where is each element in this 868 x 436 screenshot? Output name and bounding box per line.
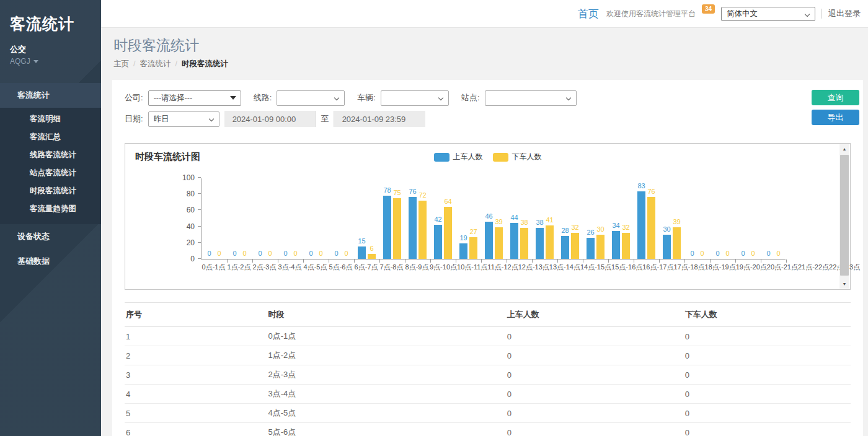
bar-value-label: 32 [571, 224, 578, 231]
y-axis-tick-label: 100 [182, 173, 195, 182]
bar: 26 [587, 238, 595, 259]
company-select[interactable]: ---请选择--- [148, 90, 241, 106]
breadcrumb-separator: / [133, 59, 135, 68]
notification-badge: 34 [702, 4, 715, 14]
bar-value-label: 30 [663, 225, 670, 233]
x-axis-category-label: 18点-19点 [705, 263, 736, 272]
x-axis-category-label: 0点-1点 [202, 263, 226, 272]
table-cell: 0 [506, 385, 684, 404]
bar-value-label: 0 [334, 250, 338, 257]
legend-item[interactable]: 上车人数 [434, 152, 483, 162]
logout-link[interactable]: 退出登录 [828, 8, 861, 19]
sidebar: 客流统计 公交 AQGJ 客流统计客流明细客流汇总线路客流统计站点客流统计时段客… [0, 0, 101, 436]
bar-value-label: 0 [344, 250, 348, 257]
sidebar-item[interactable]: 客流汇总 [0, 128, 101, 146]
bar-group: 00 [202, 178, 227, 259]
sidebar-item[interactable]: 客流明细 [0, 110, 101, 128]
date-label: 日期: [125, 113, 143, 124]
bar-value-label: 26 [587, 229, 594, 236]
bar-group: 4264 [430, 178, 456, 259]
scrollbar-down-arrow-icon[interactable]: ▼ [839, 279, 849, 289]
language-select[interactable]: 简体中文 [721, 7, 815, 21]
query-button[interactable]: 查询 [812, 90, 859, 105]
bar: 30 [596, 235, 604, 259]
bar-value-label: 42 [434, 216, 441, 223]
x-axis-category-label: 11点-12点 [487, 263, 518, 272]
x-axis-category-label: 8点-9点 [405, 263, 429, 272]
sidebar-item[interactable]: 站点客流统计 [0, 164, 101, 182]
topbar: 首页 欢迎使用客流统计管理平台 34 简体中文 退出登录 [101, 0, 868, 28]
bar-group: 00 [303, 178, 329, 259]
x-axis-category: 10点-11点 [457, 263, 487, 272]
x-axis-category: 15点-16点 [611, 263, 642, 272]
sidebar-section-1[interactable]: 设备状态 [0, 224, 101, 249]
scrollbar-up-arrow-icon[interactable]: ▲ [839, 144, 849, 154]
bar-group: 1927 [456, 178, 481, 259]
bar-value-label: 0 [776, 250, 780, 257]
bar-value-label: 0 [700, 250, 704, 257]
caret-down-icon [33, 60, 38, 63]
table-cell: 6 [125, 423, 267, 436]
table-header-cell: 上车人数 [506, 303, 684, 327]
scrollbar-thumb[interactable] [840, 155, 849, 276]
breadcrumb-link[interactable]: 客流统计 [140, 59, 170, 68]
bar: 39 [673, 227, 681, 259]
page-title: 时段客流统计 [113, 37, 868, 54]
bar-group: 00 [710, 178, 735, 259]
bar: 27 [469, 237, 477, 259]
line-select[interactable] [277, 90, 345, 106]
bar-group: 7672 [405, 178, 430, 259]
station-label: 站点: [461, 92, 480, 103]
bar-value-label: 0 [293, 250, 297, 257]
bar-group: 156 [354, 178, 379, 259]
y-axis-tick-mark [198, 177, 201, 178]
bar-value-label: 0 [690, 250, 694, 257]
bar: 76 [409, 197, 417, 259]
bar: 72 [418, 201, 427, 259]
sidebar-item[interactable]: 线路客流统计 [0, 146, 101, 164]
table-row: 21点-2点00 [125, 346, 851, 365]
bar: 76 [647, 197, 655, 259]
line-label: 线路: [254, 92, 272, 103]
table-cell: 1 [125, 327, 267, 346]
sidebar-item[interactable]: 客流量趋势图 [0, 200, 101, 218]
x-axis-category: 2点-3点 [252, 263, 277, 272]
x-axis-category-label: 4点-5点 [304, 263, 327, 272]
table-body: 10点-1点0021点-2点0032点-3点0043点-4点0054点-5点00… [125, 327, 851, 436]
chart-vertical-scrollbar[interactable]: ▲ ▼ [839, 144, 849, 289]
table-cell: 2点-3点 [267, 365, 506, 385]
sidebar-section-2[interactable]: 基础数据 [0, 249, 101, 274]
bar-value-label: 19 [459, 234, 467, 242]
date-preset-select[interactable]: 昨日 [148, 111, 219, 127]
date-from-input[interactable]: 2024-01-09 00:00 [224, 111, 316, 127]
table-cell: 0 [684, 365, 851, 385]
sidebar-item[interactable]: 时段客流统计 [0, 182, 101, 200]
sidebar-section-0[interactable]: 客流统计 [0, 83, 101, 108]
bar: 42 [434, 225, 442, 259]
x-axis-category-label: 5点-6点 [329, 263, 353, 272]
home-link[interactable]: 首页 [578, 7, 599, 21]
bar: 6 [368, 254, 376, 259]
legend-swatch [493, 153, 508, 162]
bar-value-label: 76 [647, 188, 655, 195]
bar-value-label: 0 [751, 250, 755, 257]
filter-row-2: 日期: 昨日 2024-01-09 00:00 至 2024-01-09 23:… [125, 111, 851, 127]
x-axis-category-label: 3点-4点 [278, 263, 302, 272]
legend-item[interactable]: 下车人数 [493, 152, 542, 162]
date-to-input[interactable]: 2024-01-09 23:59 [334, 111, 425, 127]
bar: 34 [612, 231, 620, 259]
x-axis-category: 0点-1点 [201, 263, 226, 272]
breadcrumb-link[interactable]: 主页 [113, 59, 129, 68]
bar-value-label: 0 [309, 250, 312, 257]
bar-value-label: 0 [741, 250, 745, 257]
bar-value-label: 46 [485, 212, 492, 220]
vehicle-select[interactable] [381, 90, 449, 106]
org-selector[interactable]: AQGJ [10, 57, 101, 66]
bar-group: 00 [252, 178, 278, 259]
export-button[interactable]: 导出 [812, 110, 859, 125]
station-select[interactable] [485, 90, 577, 106]
topbar-divider [822, 9, 822, 19]
table-cell: 5 [125, 404, 267, 423]
bar-value-label: 38 [536, 219, 543, 226]
welcome-text: 欢迎使用客流统计管理平台 [606, 9, 696, 19]
